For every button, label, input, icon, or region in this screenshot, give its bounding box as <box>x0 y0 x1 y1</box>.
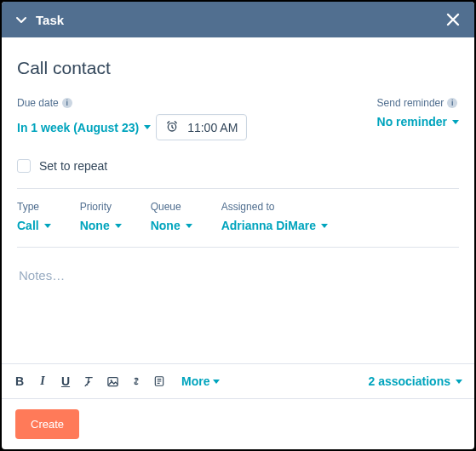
repeat-checkbox[interactable] <box>17 159 31 173</box>
chevron-down-icon <box>452 120 459 124</box>
info-icon[interactable]: i <box>62 98 72 108</box>
queue-label: Queue <box>151 201 192 213</box>
panel-header: Task <box>2 2 474 37</box>
priority-dropdown[interactable]: None <box>80 219 122 232</box>
divider <box>17 188 459 189</box>
image-button[interactable] <box>106 375 119 388</box>
chevron-down-icon <box>321 224 328 228</box>
repeat-label: Set to repeat <box>39 159 107 173</box>
link-button[interactable] <box>130 375 142 387</box>
reminder-label: Send reminder <box>377 97 444 109</box>
reminder-dropdown[interactable]: No reminder <box>377 115 459 128</box>
priority-label: Priority <box>80 201 122 213</box>
notes-placeholder: Notes… <box>17 263 459 288</box>
due-date-dropdown[interactable]: In 1 week (August 23) <box>17 121 151 134</box>
assigned-label: Assigned to <box>221 201 328 213</box>
chevron-down-icon <box>186 224 192 228</box>
assigned-dropdown[interactable]: Adrianna DiMare <box>221 219 328 232</box>
editor-toolbar: B I U More 2 associations <box>2 363 474 399</box>
notes-editor[interactable]: Notes… <box>17 263 459 363</box>
time-input[interactable]: 11:00 AM <box>156 114 247 140</box>
chevron-down-icon <box>115 224 122 228</box>
queue-dropdown[interactable]: None <box>151 219 192 232</box>
create-button[interactable]: Create <box>15 409 79 439</box>
clock-icon <box>165 119 179 135</box>
info-icon[interactable]: i <box>447 98 457 108</box>
task-panel: Task Due date i In 1 week (August 23) <box>2 2 474 449</box>
close-icon[interactable] <box>445 12 461 27</box>
panel-title: Task <box>36 13 445 27</box>
underline-button[interactable]: U <box>60 374 72 388</box>
panel-footer: Create <box>2 399 474 449</box>
type-dropdown[interactable]: Call <box>17 219 51 232</box>
italic-button[interactable]: I <box>37 374 49 388</box>
chevron-down-icon <box>44 224 51 228</box>
clear-format-button[interactable] <box>83 375 95 388</box>
task-title-input[interactable] <box>17 53 459 90</box>
chevron-down-icon <box>456 380 462 384</box>
chevron-down-icon <box>213 380 220 384</box>
type-label: Type <box>17 201 51 213</box>
divider <box>17 247 459 248</box>
chevron-down-icon <box>144 125 151 129</box>
collapse-icon[interactable] <box>15 14 27 26</box>
bold-button[interactable]: B <box>14 374 26 388</box>
more-dropdown[interactable]: More <box>181 374 220 388</box>
due-date-label: Due date <box>17 97 59 109</box>
snippet-button[interactable] <box>153 375 165 387</box>
associations-dropdown[interactable]: 2 associations <box>369 374 463 388</box>
